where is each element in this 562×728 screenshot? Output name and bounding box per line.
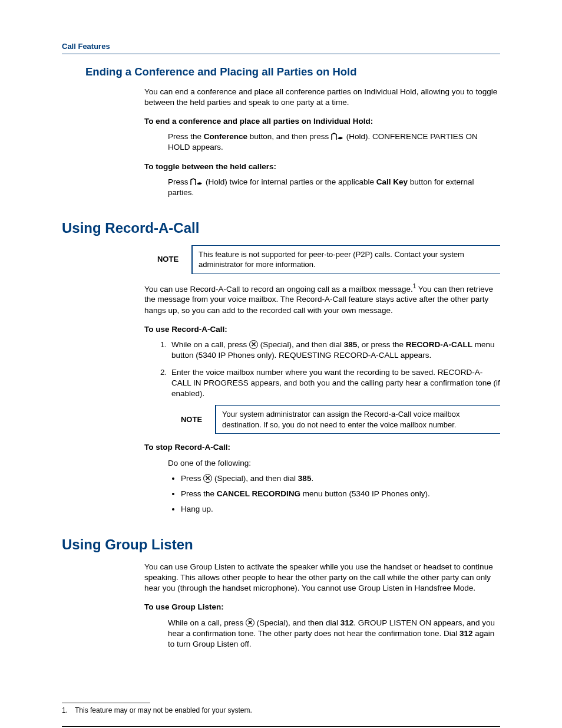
heading-ending-conference: Ending a Conference and Placing all Part…	[85, 65, 500, 80]
paragraph: You can use Group Listen to activate the…	[144, 562, 500, 594]
list-item: Press the CANCEL RECORDING menu button (…	[181, 489, 500, 499]
text: While on a call, press	[171, 340, 249, 349]
hold-icon	[331, 133, 344, 141]
bold-text: 385	[344, 340, 358, 349]
paragraph: You can end a conference and place all c…	[144, 87, 500, 108]
note-text: Your system administrator can assign the…	[216, 406, 500, 434]
instruction-text: While on a call, press (Special), and th…	[168, 618, 500, 650]
instruction-text: Press (Hold) twice for internal parties …	[168, 177, 500, 198]
text: button, and then press	[247, 132, 331, 141]
hold-icon	[190, 178, 203, 186]
instruction-label: To end a conference and place all partie…	[144, 116, 500, 127]
text: menu button (5340 IP Phones only).	[300, 489, 430, 498]
special-icon	[249, 340, 258, 349]
bold-text: 312	[459, 629, 473, 638]
text: (Special), and then dial	[258, 340, 344, 349]
text: Press the	[168, 132, 204, 141]
footnote-text: This feature may or may not be enabled f…	[75, 706, 252, 715]
text: (Hold) twice for internal parties or the…	[203, 177, 376, 186]
instruction-label: To use Group Listen:	[144, 602, 500, 612]
paragraph: You can use Record-A-Call to record an o…	[144, 282, 500, 316]
instruction-text: Press the Conference button, and then pr…	[168, 131, 500, 153]
list-item: Press (Special), and then dial 385.	[181, 473, 500, 484]
note-box: NOTE Your system administrator can assig…	[168, 405, 500, 434]
text: .	[311, 474, 313, 483]
text: (Special), and then dial	[254, 618, 340, 627]
list-item: Hang up.	[181, 504, 500, 515]
footnote-rule	[62, 703, 150, 703]
list-item: While on a call, press (Special), and th…	[169, 340, 500, 361]
bold-text: Call Key	[376, 177, 408, 186]
note-text: This feature is not supported for peer-t…	[192, 245, 500, 274]
ordered-list: While on a call, press (Special), and th…	[157, 340, 500, 399]
special-icon	[203, 474, 212, 483]
page-footer: Page 38 Mitel® 5320/5330/5340 IP Phone U…	[62, 726, 500, 728]
special-icon	[246, 618, 254, 627]
bold-text: 385	[298, 474, 312, 483]
footnote: 1. This feature may or may not be enable…	[62, 706, 500, 715]
text: You can use Record-A-Call to record an o…	[144, 284, 413, 293]
note-label: NOTE	[144, 245, 192, 274]
bullet-list: Press (Special), and then dial 385. Pres…	[168, 473, 500, 515]
text: Press	[181, 474, 203, 483]
bold-text: Conference	[204, 132, 247, 141]
text: , or press the	[357, 340, 406, 349]
heading-record-a-call: Using Record-A-Call	[62, 219, 500, 238]
bold-text: CANCEL RECORDING	[217, 489, 300, 498]
text: Press	[168, 177, 190, 186]
heading-group-listen: Using Group Listen	[62, 535, 500, 554]
text: (Special), and then dial	[212, 474, 298, 483]
bold-text: RECORD-A-CALL	[406, 340, 472, 349]
text: Do one of the following:	[168, 458, 500, 469]
instruction-label: To stop Record-A-Call:	[144, 442, 500, 453]
instruction-label: To toggle between the held callers:	[144, 162, 500, 172]
bold-text: 312	[340, 618, 354, 627]
instruction-label: To use Record-A-Call:	[144, 324, 500, 335]
section-header: Call Features	[62, 41, 500, 54]
text: Press the	[181, 489, 217, 498]
note-label: NOTE	[168, 406, 216, 434]
text: While on a call, press	[168, 618, 246, 627]
list-item: Enter the voice mailbox number where you…	[169, 367, 500, 400]
note-box: NOTE This feature is not supported for p…	[144, 245, 500, 274]
footnote-number: 1.	[62, 706, 75, 715]
